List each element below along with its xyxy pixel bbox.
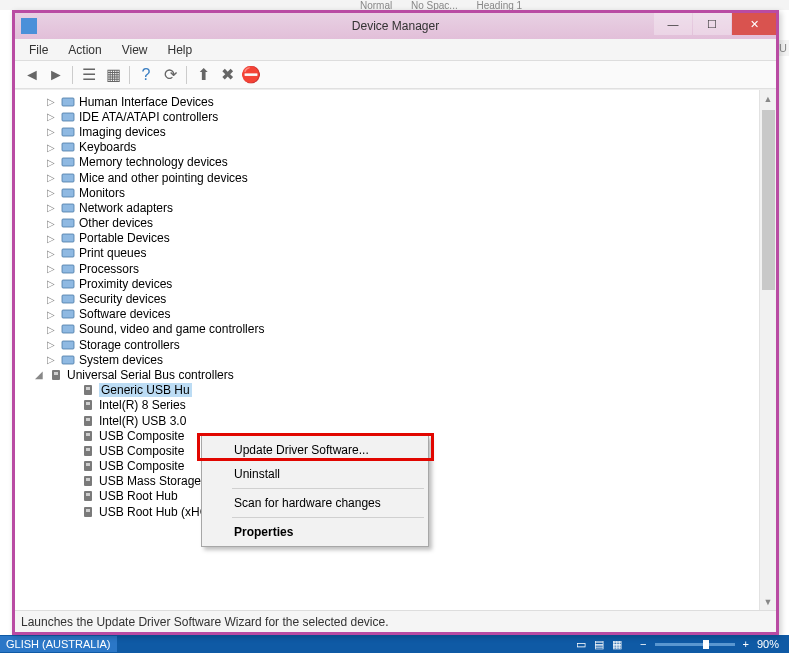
svg-rect-10 [62,249,74,257]
scroll-thumb[interactable] [762,110,775,290]
tree-label: IDE ATA/ATAPI controllers [79,110,218,124]
svg-rect-16 [62,341,74,349]
expand-icon[interactable]: ▷ [45,172,57,183]
minimize-button[interactable]: — [654,13,692,35]
vertical-scrollbar[interactable]: ▲ ▼ [759,90,776,610]
language-indicator[interactable]: GLISH (AUSTRALIA) [0,636,117,652]
tree-node[interactable]: ▷Human Interface Devices [21,94,756,109]
tree-label: Portable Devices [79,231,170,245]
tree-node[interactable]: ▷Software devices [21,307,756,322]
tree-label: Network adapters [79,201,173,215]
scroll-up-icon[interactable]: ▲ [760,90,776,107]
usb-device-icon [80,429,96,443]
menu-action[interactable]: Action [58,40,111,60]
back-button[interactable]: ◄ [21,64,43,86]
tree-node[interactable]: ▷Network adapters [21,200,756,215]
context-uninstall[interactable]: Uninstall [204,462,426,486]
expand-icon[interactable]: ▷ [45,233,57,244]
tree-node[interactable]: ▷IDE ATA/ATAPI controllers [21,109,756,124]
context-update-driver[interactable]: Update Driver Software... [204,438,426,462]
svg-rect-35 [86,493,90,496]
tree-label: Monitors [79,186,125,200]
svg-rect-9 [62,234,74,242]
tree-node[interactable]: ▷Processors [21,261,756,276]
tree-node[interactable]: ▷Keyboards [21,140,756,155]
tree-node-usb[interactable]: ◢Universal Serial Bus controllers [21,367,756,382]
expand-icon[interactable]: ▷ [45,263,57,274]
expand-icon[interactable]: ▷ [45,111,57,122]
scroll-down-icon[interactable]: ▼ [760,593,776,610]
tree-label: Other devices [79,216,153,230]
context-menu: Update Driver Software... Uninstall Scan… [201,435,429,547]
expand-icon[interactable]: ▷ [45,339,57,350]
tree-node[interactable]: ▷Mice and other pointing devices [21,170,756,185]
tree-label: Intel(R) USB 3.0 [99,414,186,428]
menu-file[interactable]: File [19,40,58,60]
app-icon [21,18,37,34]
tree-node[interactable]: ▷System devices [21,352,756,367]
scan-button[interactable]: ⟳ [159,64,181,86]
tree-node[interactable]: ▷Security devices [21,291,756,306]
tree-node[interactable]: ▷Storage controllers [21,337,756,352]
device-icon [60,292,76,306]
menu-help[interactable]: Help [158,40,203,60]
tree-label: Proximity devices [79,277,172,291]
properties-button[interactable]: ▦ [102,64,124,86]
show-hidden-button[interactable]: ☰ [78,64,100,86]
expand-icon[interactable]: ▷ [45,142,57,153]
tree-node[interactable]: ▷Memory technology devices [21,155,756,170]
usb-device-icon [80,505,96,519]
usb-device-icon [80,414,96,428]
tree-label: USB Root Hub [99,489,178,503]
svg-rect-21 [86,387,90,390]
expand-icon[interactable]: ▷ [45,157,57,168]
tree-node[interactable]: ▷Portable Devices [21,231,756,246]
tree-child-usb[interactable]: Intel(R) 8 Series [21,398,756,413]
device-icon [60,216,76,230]
expand-icon[interactable]: ▷ [45,187,57,198]
device-icon [60,110,76,124]
update-driver-button[interactable]: ⬆ [192,64,214,86]
zoom-control[interactable]: − + 90% [630,638,789,650]
device-icon [60,246,76,260]
word-statusbar: GLISH (AUSTRALIA) ▭ ▤ ▦ − + 90% [0,635,789,653]
expand-icon[interactable]: ▷ [45,248,57,259]
titlebar[interactable]: Device Manager — ☐ ✕ [15,13,776,39]
forward-button[interactable]: ► [45,64,67,86]
expand-icon[interactable]: ▷ [45,96,57,107]
disable-button[interactable]: ⛔ [240,64,262,86]
tree-node[interactable]: ▷Imaging devices [21,124,756,139]
uninstall-button[interactable]: ✖ [216,64,238,86]
tree-child-usb[interactable]: Generic USB Hu [21,383,756,398]
expand-icon[interactable]: ▷ [45,278,57,289]
expand-icon[interactable]: ▷ [45,218,57,229]
expand-icon[interactable]: ▷ [45,309,57,320]
expand-icon[interactable]: ▷ [45,294,57,305]
tree-node[interactable]: ▷Monitors [21,185,756,200]
context-scan[interactable]: Scan for hardware changes [204,491,426,515]
context-properties[interactable]: Properties [204,520,426,544]
expand-icon[interactable]: ▷ [45,126,57,137]
device-icon [60,262,76,276]
menu-view[interactable]: View [112,40,158,60]
device-icon [60,95,76,109]
tree-node[interactable]: ▷Proximity devices [21,276,756,291]
help-button[interactable]: ? [135,64,157,86]
expand-icon[interactable]: ▷ [45,202,57,213]
svg-rect-14 [62,310,74,318]
svg-rect-13 [62,295,74,303]
tree-child-usb[interactable]: Intel(R) USB 3.0 [21,413,756,428]
close-button[interactable]: ✕ [732,13,776,35]
collapse-icon[interactable]: ◢ [33,369,45,380]
tree-node[interactable]: ▷Other devices [21,216,756,231]
svg-rect-1 [62,113,74,121]
maximize-button[interactable]: ☐ [693,13,731,35]
tree-label: Sound, video and game controllers [79,322,264,336]
tree-node[interactable]: ▷Print queues [21,246,756,261]
device-icon [60,322,76,336]
expand-icon[interactable]: ▷ [45,324,57,335]
tree-label: Keyboards [79,140,136,154]
tree-node[interactable]: ▷Sound, video and game controllers [21,322,756,337]
tree-label: Generic USB Hu [99,383,192,397]
expand-icon[interactable]: ▷ [45,354,57,365]
